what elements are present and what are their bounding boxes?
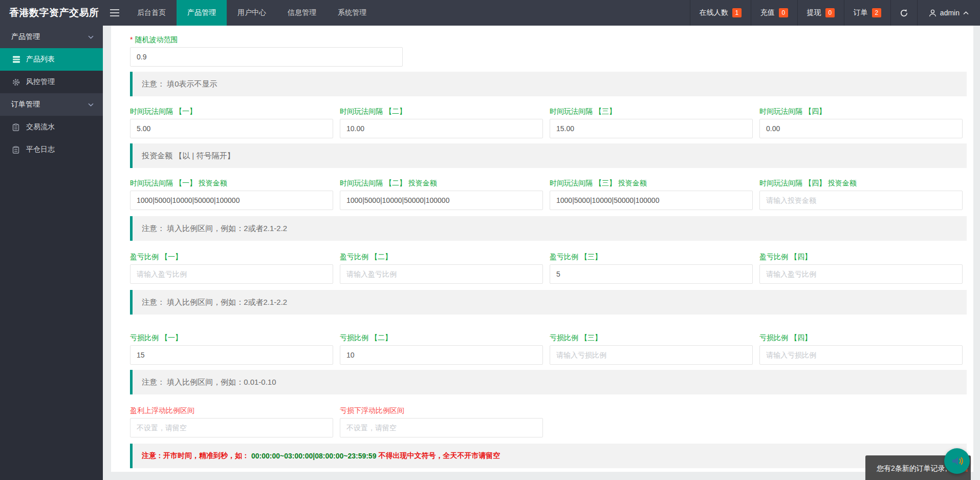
note-quote-ratio-example-2: 注意： 填入比例区间，例如：2或者2.1-2.2: [130, 290, 967, 315]
document-icon: [12, 123, 20, 131]
withdraw-count-badge: 0: [825, 8, 835, 17]
sidebar-item-close-log-label: 平仓日志: [26, 145, 55, 154]
profit-loss-ratio-4-input[interactable]: [759, 264, 963, 284]
nav-item-dashboard[interactable]: 后台首页: [126, 0, 177, 26]
nav-item-users[interactable]: 用户中心: [227, 0, 277, 26]
required-asterisk: *: [130, 35, 133, 44]
interval-4-input[interactable]: [759, 119, 963, 138]
content-area: *随机波动范围 注意： 填0表示不显示 时间玩法间隔 【一】 时间玩法间隔 【二…: [103, 26, 980, 480]
field-interval-1: 时间玩法间隔 【一】: [130, 107, 333, 138]
field-profit-float-range: 盈利上浮动比例区间: [130, 406, 333, 437]
field-label: 亏损比例 【四】: [759, 333, 963, 342]
sidebar-group-products[interactable]: 产品管理: [0, 26, 103, 48]
stat-online-label: 在线人数: [700, 8, 728, 17]
field-amount-4: 时间玩法间隔 【四】 投资金额: [759, 178, 963, 210]
field-label: 盈亏比例 【一】: [130, 252, 333, 261]
field-profit-loss-ratio-3: 盈亏比例 【三】: [550, 252, 753, 284]
form-card: *随机波动范围 注意： 填0表示不显示 时间玩法间隔 【一】 时间玩法间隔 【二…: [111, 26, 973, 472]
field-label: 时间玩法间隔 【三】 投资金额: [550, 178, 753, 187]
field-label: 时间玩法间隔 【三】: [550, 107, 753, 116]
amount-4-input[interactable]: [759, 191, 963, 210]
stat-orders[interactable]: 订单 2: [844, 0, 890, 26]
amount-1-input[interactable]: [130, 191, 333, 210]
toast-text: 您有2条新的订单记录,: [877, 464, 947, 473]
field-profit-loss-ratio-2: 盈亏比例 【二】: [340, 252, 543, 284]
warn-suffix: 不得出现中文符号，全天不开市请留空: [378, 451, 500, 461]
speaker-icon: [950, 454, 964, 468]
stat-deposits[interactable]: 充值 0: [751, 0, 797, 26]
note-quote-market-open-time: 注意：开市时间，精准到秒，如： 00:00:00~03:00:00|08:00:…: [130, 444, 967, 468]
field-label: 盈利上浮动比例区间: [130, 406, 333, 415]
field-label: 时间玩法间隔 【二】: [340, 107, 543, 116]
field-loss-ratio-4: 亏损比例 【四】: [759, 333, 963, 365]
layers-icon: [12, 55, 20, 64]
amount-2-input[interactable]: [340, 191, 543, 210]
field-loss-ratio-2: 亏损比例 【二】: [340, 333, 543, 365]
gear-icon: [12, 78, 20, 86]
profit-loss-ratio-2-input[interactable]: [340, 264, 543, 284]
sidebar-item-close-log[interactable]: 平仓日志: [0, 138, 103, 161]
field-label: 时间玩法间隔 【二】 投资金额: [340, 178, 543, 187]
nav-item-products[interactable]: 产品管理: [177, 0, 227, 26]
field-profit-loss-ratio-4: 盈亏比例 【四】: [759, 252, 963, 284]
chevron-down-icon: [88, 35, 94, 39]
loss-ratio-1-input[interactable]: [130, 345, 333, 365]
deposit-count-badge: 0: [779, 8, 788, 17]
profit-float-range-input[interactable]: [130, 418, 333, 437]
field-label: 盈亏比例 【四】: [759, 252, 963, 261]
sidebar-item-product-list-label: 产品列表: [26, 55, 55, 64]
sidebar-item-trade-flow-label: 交易流水: [26, 122, 55, 132]
interval-1-input[interactable]: [130, 119, 333, 138]
profit-loss-ratio-3-input[interactable]: [550, 264, 753, 284]
interval-2-input[interactable]: [340, 119, 543, 138]
field-label: 时间玩法间隔 【四】: [759, 107, 963, 116]
sidebar-group-products-label: 产品管理: [11, 32, 40, 41]
note-quote-ratio-example-1: 注意： 填入比例区间，例如：2或者2.1-2.2: [130, 216, 967, 241]
sidebar: 产品管理 产品列表 风控管理 订单管理: [0, 26, 103, 480]
field-label: 盈亏比例 【三】: [550, 252, 753, 261]
person-icon: [929, 9, 937, 17]
sidebar-item-product-list[interactable]: 产品列表: [0, 48, 103, 71]
nav-item-info[interactable]: 信息管理: [277, 0, 327, 26]
field-loss-float-range: 亏损下浮动比例区间: [340, 406, 543, 437]
warn-prefix: 注意：开市时间，精准到秒，如：: [142, 451, 249, 461]
stat-online-users[interactable]: 在线人数 1: [690, 0, 751, 26]
stat-deposit-label: 充值: [760, 8, 775, 17]
caret-up-icon: [963, 11, 969, 15]
note-quote-ratio-example-3: 注意： 填入比例区间，例如：0.01-0.10: [130, 370, 967, 394]
stat-withdraw-label: 提现: [807, 8, 821, 17]
hamburger-icon[interactable]: [103, 0, 126, 26]
loss-ratio-4-input[interactable]: [759, 345, 963, 365]
warn-time-range: 00:00:00~03:00:00|08:00:00~23:59:59: [251, 452, 376, 460]
sidebar-group-orders-label: 订单管理: [11, 100, 40, 109]
random-fluctuation-input[interactable]: [130, 47, 403, 67]
field-label: 盈亏比例 【二】: [340, 252, 543, 261]
sidebar-item-risk-management[interactable]: 风控管理: [0, 71, 103, 93]
brand-logo: 香港数字资产交易所: [0, 0, 103, 26]
field-interval-3: 时间玩法间隔 【三】: [550, 107, 753, 138]
loss-ratio-2-input[interactable]: [340, 345, 543, 365]
sidebar-group-orders[interactable]: 订单管理: [0, 93, 103, 116]
loss-float-range-input[interactable]: [340, 418, 543, 437]
interval-3-input[interactable]: [550, 119, 753, 138]
field-amount-1: 时间玩法间隔 【一】 投资金额: [130, 178, 333, 210]
sidebar-item-trade-flow[interactable]: 交易流水: [0, 116, 103, 138]
top-navbar: 香港数字资产交易所 后台首页 产品管理 用户中心 信息管理 系统管理 在线人数 …: [0, 0, 980, 26]
stat-withdrawals[interactable]: 提现 0: [797, 0, 844, 26]
field-amount-2: 时间玩法间隔 【二】 投资金额: [340, 178, 543, 210]
refresh-button[interactable]: [890, 0, 917, 26]
field-label: *随机波动范围: [130, 35, 403, 44]
loss-ratio-3-input[interactable]: [550, 345, 753, 365]
field-label: 亏损比例 【三】: [550, 333, 753, 342]
note-quote-zero-hidden: 注意： 填0表示不显示: [130, 72, 967, 96]
field-random-fluctuation: *随机波动范围: [130, 35, 403, 67]
user-menu[interactable]: admin: [917, 0, 980, 26]
order-count-badge: 2: [872, 8, 881, 17]
nav-item-system[interactable]: 系统管理: [327, 0, 377, 26]
amount-3-input[interactable]: [550, 191, 753, 210]
profit-loss-ratio-1-input[interactable]: [130, 264, 333, 284]
notification-sound-button[interactable]: [944, 448, 970, 474]
field-interval-4: 时间玩法间隔 【四】: [759, 107, 963, 138]
chevron-down-icon: [88, 103, 94, 107]
field-interval-2: 时间玩法间隔 【二】: [340, 107, 543, 138]
